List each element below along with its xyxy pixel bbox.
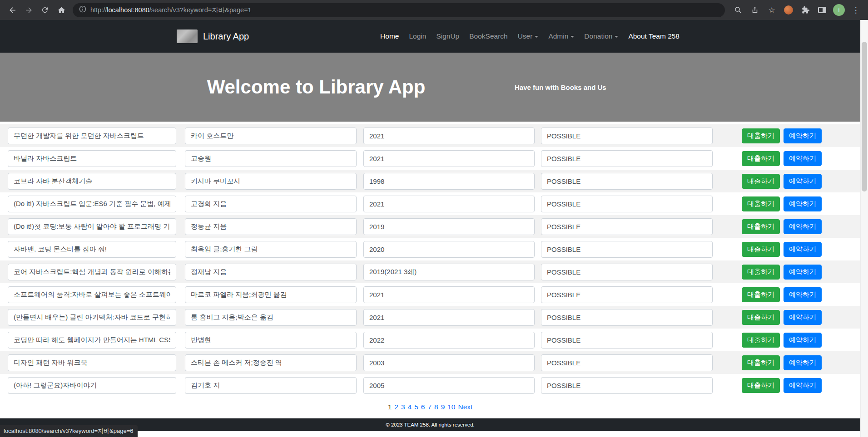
reserve-button[interactable]: 예약하기 — [784, 128, 822, 143]
book-author-field[interactable] — [185, 196, 357, 212]
book-title-field[interactable] — [8, 354, 176, 371]
book-status-field[interactable] — [541, 173, 713, 190]
pagination-page-link[interactable]: 10 — [447, 403, 455, 411]
pagination-page-link[interactable]: 9 — [441, 403, 445, 411]
book-year-field[interactable] — [363, 354, 535, 371]
book-title-field[interactable] — [8, 196, 176, 212]
nav-item-signup[interactable]: SignUp — [432, 29, 463, 44]
borrow-button[interactable]: 대출하기 — [742, 310, 780, 325]
book-status-field[interactable] — [541, 218, 713, 235]
borrow-button[interactable]: 대출하기 — [742, 219, 780, 234]
reserve-button[interactable]: 예약하기 — [784, 355, 822, 370]
borrow-button[interactable]: 대출하기 — [742, 378, 780, 393]
book-author-field[interactable] — [185, 354, 357, 371]
pagination-next-link[interactable]: Next — [458, 403, 473, 411]
book-author-field[interactable] — [185, 377, 357, 394]
scrollbar-thumb[interactable] — [862, 42, 867, 191]
book-title-field[interactable] — [8, 150, 176, 167]
nav-item-about[interactable]: About Team 258 — [624, 29, 684, 44]
nav-item-admin-dropdown[interactable]: Admin — [544, 29, 578, 44]
book-author-field[interactable] — [185, 218, 357, 235]
book-year-field[interactable] — [363, 309, 535, 326]
book-title-field[interactable] — [8, 264, 176, 280]
reserve-button[interactable]: 예약하기 — [784, 219, 822, 234]
borrow-button[interactable]: 대출하기 — [742, 151, 780, 166]
book-year-field[interactable] — [363, 264, 535, 280]
book-status-field[interactable] — [541, 128, 713, 144]
pagination-page-link[interactable]: 3 — [401, 403, 405, 411]
book-author-field[interactable] — [185, 264, 357, 280]
forward-icon[interactable] — [21, 2, 36, 18]
book-year-field[interactable] — [363, 218, 535, 235]
pagination-page-link[interactable]: 8 — [434, 403, 438, 411]
borrow-button[interactable]: 대출하기 — [742, 265, 780, 280]
nav-item-donation-dropdown[interactable]: Donation — [580, 29, 622, 44]
borrow-button[interactable]: 대출하기 — [742, 196, 780, 211]
extension-avatar-icon[interactable] — [781, 2, 796, 18]
book-author-field[interactable] — [185, 332, 357, 349]
book-year-field[interactable] — [363, 332, 535, 349]
share-icon[interactable] — [747, 2, 763, 18]
reload-icon[interactable] — [37, 2, 53, 18]
book-status-field[interactable] — [541, 332, 713, 349]
reserve-button[interactable]: 예약하기 — [784, 174, 822, 189]
book-title-field[interactable] — [8, 241, 176, 258]
side-panel-icon[interactable] — [814, 2, 830, 18]
book-title-field[interactable] — [8, 377, 176, 394]
borrow-button[interactable]: 대출하기 — [742, 333, 780, 348]
book-title-field[interactable] — [8, 218, 176, 235]
reserve-button[interactable]: 예약하기 — [784, 378, 822, 393]
borrow-button[interactable]: 대출하기 — [742, 242, 780, 257]
reserve-button[interactable]: 예약하기 — [784, 265, 822, 280]
borrow-button[interactable]: 대출하기 — [742, 128, 780, 143]
zoom-icon[interactable] — [730, 2, 746, 18]
book-author-field[interactable] — [185, 309, 357, 326]
book-year-field[interactable] — [363, 286, 535, 303]
book-title-field[interactable] — [8, 309, 176, 326]
book-author-field[interactable] — [185, 286, 357, 303]
book-title-field[interactable] — [8, 128, 176, 144]
book-author-field[interactable] — [185, 241, 357, 258]
book-status-field[interactable] — [541, 241, 713, 258]
site-info-icon[interactable] — [79, 5, 86, 15]
book-author-field[interactable] — [185, 173, 357, 190]
book-title-field[interactable] — [8, 286, 176, 303]
nav-item-home[interactable]: Home — [376, 29, 403, 44]
vertical-scrollbar[interactable] — [860, 20, 868, 437]
book-status-field[interactable] — [541, 377, 713, 394]
book-status-field[interactable] — [541, 354, 713, 371]
book-author-field[interactable] — [185, 128, 357, 144]
reserve-button[interactable]: 예약하기 — [784, 333, 822, 348]
book-title-field[interactable] — [8, 332, 176, 349]
back-icon[interactable] — [5, 2, 20, 18]
profile-avatar[interactable]: i — [831, 2, 847, 18]
pagination-page-link[interactable]: 4 — [408, 403, 412, 411]
reserve-button[interactable]: 예약하기 — [784, 287, 822, 302]
address-bar[interactable]: http://localhost:8080/search/v3?keyword=… — [73, 3, 725, 17]
reserve-button[interactable]: 예약하기 — [784, 310, 822, 325]
book-status-field[interactable] — [541, 286, 713, 303]
reserve-button[interactable]: 예약하기 — [784, 151, 822, 166]
borrow-button[interactable]: 대출하기 — [742, 287, 780, 302]
menu-dots-icon[interactable]: ⋮ — [848, 2, 863, 18]
bookmark-star-icon[interactable]: ☆ — [764, 2, 779, 18]
book-title-field[interactable] — [8, 173, 176, 190]
book-year-field[interactable] — [363, 241, 535, 258]
extensions-puzzle-icon[interactable] — [798, 2, 813, 18]
reserve-button[interactable]: 예약하기 — [784, 242, 822, 257]
book-status-field[interactable] — [541, 264, 713, 280]
pagination-page-link[interactable]: 5 — [414, 403, 418, 411]
pagination-page-link[interactable]: 7 — [427, 403, 432, 411]
borrow-button[interactable]: 대출하기 — [742, 174, 780, 189]
brand-link[interactable]: Library App — [177, 29, 249, 43]
pagination-page-link[interactable]: 2 — [394, 403, 398, 411]
book-year-field[interactable] — [363, 173, 535, 190]
pagination-page-link[interactable]: 6 — [421, 403, 425, 411]
home-icon[interactable] — [54, 2, 69, 18]
nav-item-login[interactable]: Login — [405, 29, 430, 44]
reserve-button[interactable]: 예약하기 — [784, 196, 822, 211]
book-year-field[interactable] — [363, 377, 535, 394]
book-author-field[interactable] — [185, 150, 357, 167]
book-status-field[interactable] — [541, 196, 713, 212]
book-year-field[interactable] — [363, 128, 535, 144]
